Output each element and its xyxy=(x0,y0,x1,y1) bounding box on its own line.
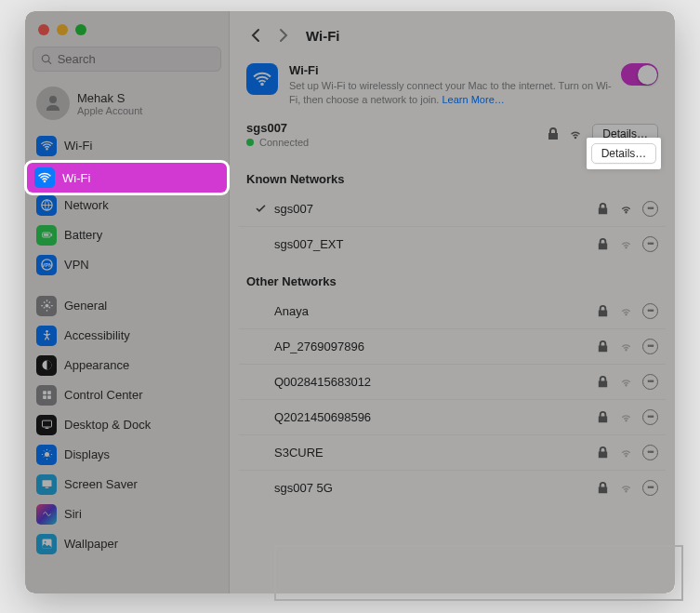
sidebar-item-label: Control Center xyxy=(64,388,143,402)
wifi-icon xyxy=(36,136,57,156)
lock-icon xyxy=(596,202,610,216)
wifi-hero-icon xyxy=(246,63,278,95)
maximize-button[interactable] xyxy=(75,24,86,35)
sidebar-item-wallpaper[interactable]: Wallpaper xyxy=(31,529,223,558)
displays-icon xyxy=(36,445,57,465)
more-options-button[interactable]: ••• xyxy=(642,201,658,217)
current-ssid: sgs007 xyxy=(246,121,538,135)
svg-rect-3 xyxy=(43,233,48,236)
status-dot-icon xyxy=(246,139,254,146)
lock-icon xyxy=(596,410,610,424)
network-name: AP_2769097896 xyxy=(274,340,596,353)
svg-rect-11 xyxy=(43,395,46,399)
search-input[interactable] xyxy=(58,52,213,66)
sidebar-list: Wi-FiBluetoothNetworkBatteryVPNVPNGenera… xyxy=(25,131,229,559)
more-options-button[interactable]: ••• xyxy=(642,303,658,319)
ss-icon xyxy=(36,474,57,495)
network-name: Anaya xyxy=(274,304,596,318)
sidebar-item-siri[interactable]: Siri xyxy=(31,500,223,528)
sidebar-item-general[interactable]: General xyxy=(31,291,223,320)
more-options-button[interactable]: ••• xyxy=(642,480,658,496)
chevron-right-icon xyxy=(279,28,288,43)
siri-icon xyxy=(36,504,57,525)
details-button-highlight: Details… xyxy=(587,138,661,169)
wifi-signal-icon xyxy=(619,481,633,495)
net-icon xyxy=(36,195,57,216)
wifi-signal-icon xyxy=(619,446,633,460)
sidebar-item-label: Displays xyxy=(64,447,110,461)
current-status: Connected xyxy=(246,137,538,148)
network-row[interactable]: sgs007 ••• xyxy=(239,192,666,227)
wifi-hero: Wi-Fi Set up Wi-Fi to wirelessly connect… xyxy=(230,54,675,121)
account-row[interactable]: Mehak S Apple Account xyxy=(25,81,229,131)
close-button[interactable] xyxy=(38,24,49,35)
known-networks-list: sgs007 ••• sgs007_EXT ••• xyxy=(230,192,675,261)
lock-icon xyxy=(596,304,610,318)
svg-rect-17 xyxy=(45,487,48,488)
sidebar-item-label: Wallpaper xyxy=(64,537,118,551)
appear-icon xyxy=(36,355,57,376)
minimize-button[interactable] xyxy=(57,24,68,35)
lock-icon xyxy=(596,237,610,251)
wallpaper-icon xyxy=(36,534,57,554)
sidebar-item-wifi[interactable]: Wi-Fi xyxy=(31,131,223,160)
svg-rect-2 xyxy=(50,233,51,236)
vpn-icon: VPN xyxy=(36,255,57,275)
sidebar-item-battery[interactable]: Battery xyxy=(31,220,223,249)
details-button[interactable]: Details… xyxy=(591,143,657,164)
wifi-signal-icon xyxy=(619,375,633,389)
battery-icon xyxy=(36,225,57,246)
network-row[interactable]: S3CURE ••• xyxy=(239,435,666,471)
sidebar-item-acc[interactable]: Accessibility xyxy=(31,321,223,350)
sidebar-item-ss[interactable]: Screen Saver xyxy=(31,470,223,499)
window-controls xyxy=(25,20,229,47)
cc-icon xyxy=(36,385,57,406)
sidebar-item-net[interactable]: Network xyxy=(31,191,223,220)
sidebar-item-label: Battery xyxy=(64,228,102,242)
search-field[interactable] xyxy=(33,47,221,72)
network-name: sgs007 5G xyxy=(274,481,596,495)
svg-rect-14 xyxy=(45,428,48,429)
sidebar-item-label: Wi-Fi xyxy=(62,171,90,185)
wifi-signal-icon xyxy=(619,340,633,353)
sidebar-item-wifi-highlight[interactable]: Wi-Fi xyxy=(27,163,227,193)
sidebar-item-cc[interactable]: Control Center xyxy=(31,380,223,409)
annotation-box xyxy=(274,545,683,601)
wifi-signal-icon xyxy=(619,410,633,424)
sidebar-item-displays[interactable]: Displays xyxy=(31,440,223,469)
network-row[interactable]: sgs007_EXT ••• xyxy=(239,227,666,261)
svg-rect-10 xyxy=(47,391,51,394)
svg-rect-12 xyxy=(47,395,51,399)
network-row[interactable]: sgs007 5G ••• xyxy=(239,471,666,505)
more-options-button[interactable]: ••• xyxy=(642,339,658,354)
more-options-button[interactable]: ••• xyxy=(642,409,658,425)
wifi-toggle[interactable] xyxy=(621,63,658,86)
sidebar-item-label: Accessibility xyxy=(64,328,130,342)
more-options-button[interactable]: ••• xyxy=(642,445,658,460)
svg-rect-9 xyxy=(43,391,46,394)
back-button[interactable] xyxy=(244,24,267,47)
more-options-button[interactable]: ••• xyxy=(642,374,658,390)
network-row[interactable]: Q0028415683012 ••• xyxy=(239,365,666,400)
network-row[interactable]: AP_2769097896 ••• xyxy=(239,329,666,365)
wifi-signal-icon xyxy=(619,202,633,216)
lock-icon xyxy=(596,340,610,353)
sidebar-item-vpn[interactable]: VPNVPN xyxy=(31,250,223,279)
sidebar-item-appear[interactable]: Appearance xyxy=(31,351,223,380)
wifi-signal-icon xyxy=(619,304,633,318)
lock-icon xyxy=(596,446,610,460)
more-options-button[interactable]: ••• xyxy=(642,236,658,252)
forward-button[interactable] xyxy=(272,24,295,47)
svg-point-15 xyxy=(45,452,49,457)
chevron-left-icon xyxy=(251,28,260,43)
page-title: Wi-Fi xyxy=(306,28,340,44)
sidebar-item-desktop[interactable]: Desktop & Dock xyxy=(31,410,223,439)
network-row[interactable]: Anaya ••• xyxy=(239,294,666,329)
network-row[interactable]: Q2021450698596 ••• xyxy=(239,400,666,435)
header: Wi-Fi xyxy=(230,11,675,54)
wifi-signal-icon xyxy=(568,127,583,141)
account-name: Mehak S xyxy=(77,91,142,105)
network-name: Q0028415683012 xyxy=(274,375,596,389)
lock-icon xyxy=(596,375,610,389)
learn-more-link[interactable]: Learn More… xyxy=(442,94,505,105)
